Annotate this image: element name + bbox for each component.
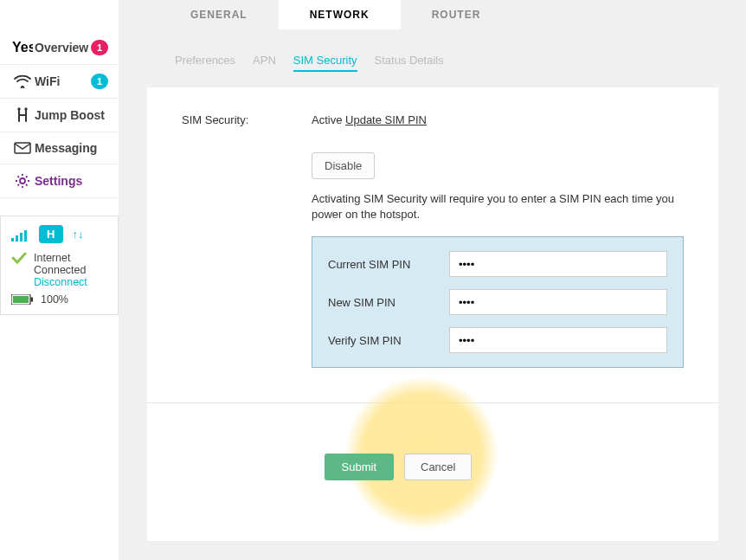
sidebar-item-messaging[interactable]: Messaging <box>0 132 119 164</box>
subtab-preferences[interactable]: Preferences <box>175 54 235 72</box>
svg-text:Yes: Yes <box>12 40 33 55</box>
sidebar-item-settings[interactable]: Settings <box>0 164 119 198</box>
check-icon <box>11 252 27 264</box>
sim-security-status: Active <box>312 113 342 126</box>
sidebar-item-label: Jump Boost <box>35 108 108 122</box>
jumpboost-icon <box>10 107 35 123</box>
signal-icon <box>11 228 30 241</box>
verify-pin-input[interactable] <box>449 327 667 353</box>
tab-general[interactable]: GENERAL <box>159 0 279 29</box>
sidebar-item-label: Settings <box>35 174 108 188</box>
subtab-sim-security[interactable]: SIM Security <box>293 54 357 72</box>
svg-point-2 <box>24 107 27 110</box>
sub-tabs: Preferences APN SIM Security Status Deta… <box>175 54 746 72</box>
internet-connected-label: Internet Connected <box>34 252 107 276</box>
battery-icon <box>11 294 34 305</box>
panel-sim-security: SIM Security: Active Update SIM PIN Disa… <box>147 87 718 402</box>
svg-rect-8 <box>24 230 27 241</box>
envelope-icon <box>10 142 35 154</box>
tab-network[interactable]: NETWORK <box>279 0 401 29</box>
sidebar-item-label: Messaging <box>35 141 108 155</box>
sidebar-item-overview[interactable]: Yes Overview 1 <box>0 31 119 65</box>
battery-label: 100% <box>41 293 68 306</box>
svg-rect-3 <box>15 143 30 153</box>
pin-box: Current SIM PIN New SIM PIN Verify SIM P… <box>312 236 684 368</box>
current-pin-label: Current SIM PIN <box>328 258 449 271</box>
cancel-button[interactable]: Cancel <box>404 454 472 480</box>
subtab-status-details[interactable]: Status Details <box>375 54 444 72</box>
tab-router[interactable]: ROUTER <box>401 0 512 29</box>
sim-security-heading: SIM Security: <box>182 113 312 126</box>
current-pin-input[interactable] <box>449 251 667 277</box>
updown-icon: ↑↓ <box>72 228 83 241</box>
sim-help-text: Activating SIM Security will require you… <box>312 191 675 222</box>
sidebar-item-jumpboost[interactable]: Jump Boost <box>0 99 119 132</box>
svg-rect-7 <box>20 233 23 241</box>
sidebar-item-label: WiFi <box>35 74 91 88</box>
logo-icon: Yes <box>10 40 35 55</box>
status-box: H ↑↓ Internet Connected Disconnect 100% <box>0 216 119 315</box>
badge: 1 <box>91 40 108 55</box>
disconnect-link[interactable]: Disconnect <box>34 276 107 288</box>
svg-rect-5 <box>11 238 14 241</box>
disable-button[interactable]: Disable <box>312 152 375 179</box>
verify-pin-label: Verify SIM PIN <box>328 334 449 347</box>
subtab-apn[interactable]: APN <box>253 54 276 72</box>
update-sim-pin-link[interactable]: Update SIM PIN <box>345 113 427 126</box>
svg-rect-11 <box>31 298 34 302</box>
svg-rect-6 <box>16 235 18 241</box>
svg-rect-10 <box>13 296 29 303</box>
footer-area: Submit Cancel <box>147 402 718 541</box>
submit-button[interactable]: Submit <box>325 454 394 480</box>
svg-point-4 <box>20 178 25 183</box>
wifi-icon <box>10 74 35 88</box>
badge: 1 <box>91 74 108 89</box>
sidebar-item-label: Overview <box>35 41 91 55</box>
sidebar-item-wifi[interactable]: WiFi 1 <box>0 65 119 99</box>
new-pin-label: New SIM PIN <box>328 296 449 309</box>
gear-icon <box>10 173 35 189</box>
top-tabs: GENERAL NETWORK ROUTER <box>159 0 746 29</box>
main: GENERAL NETWORK ROUTER Preferences APN S… <box>119 0 746 560</box>
new-pin-input[interactable] <box>449 289 667 315</box>
network-type-badge: H <box>39 225 63 243</box>
svg-point-1 <box>17 107 20 110</box>
